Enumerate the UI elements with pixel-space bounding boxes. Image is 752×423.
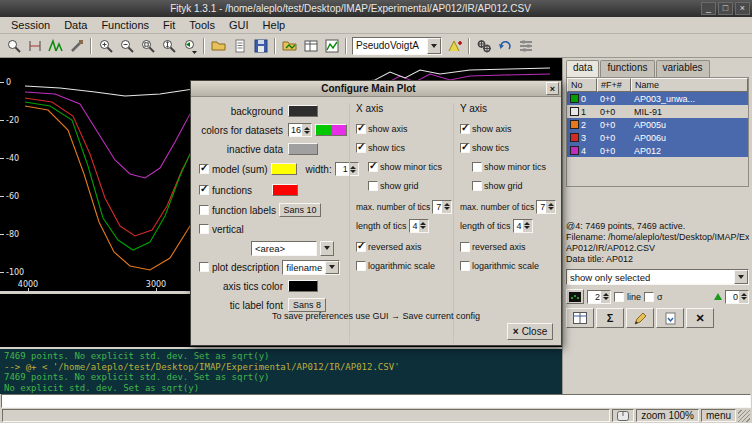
spinner-buttons[interactable]	[546, 201, 555, 213]
sum-transform-button[interactable]: Σ	[596, 308, 624, 328]
x-log-checkbox[interactable]	[356, 261, 366, 271]
maximize-button[interactable]: □	[718, 2, 733, 15]
x-show-grid-checkbox[interactable]	[368, 181, 378, 191]
column-header-name[interactable]: Name	[631, 78, 748, 92]
x-reversed-checkbox[interactable]	[356, 242, 366, 252]
output-console[interactable]: 7469 points. No explicit std. dev. Set a…	[0, 347, 562, 394]
open-session-button[interactable]	[208, 36, 229, 56]
delete-data-button[interactable]: ✕	[686, 308, 714, 328]
menu-gui[interactable]: GUI	[222, 18, 256, 32]
export-data-button[interactable]	[656, 308, 684, 328]
chevron-down-icon[interactable]	[325, 261, 339, 274]
draw-plot-button[interactable]	[321, 36, 342, 56]
point-size-spinner[interactable]: 2	[587, 290, 611, 304]
tic-label-font-button[interactable]: Sans 8	[288, 298, 326, 312]
status-menu-button[interactable]: menu	[701, 409, 736, 422]
y-show-minor-tics-checkbox[interactable]	[472, 162, 482, 172]
table-row[interactable]: 1 0+0 MIL-91	[567, 105, 748, 118]
spinner-buttons[interactable]	[302, 124, 311, 136]
chevron-down-icon[interactable]	[427, 38, 441, 54]
range-mode-button[interactable]	[24, 36, 45, 56]
menu-tools[interactable]: Tools	[182, 18, 222, 32]
activate-data-mode-button[interactable]	[66, 36, 87, 56]
tab-data[interactable]: data	[566, 60, 599, 77]
dataset-filter-combo[interactable]: show only selected	[566, 269, 749, 285]
add-function-button[interactable]	[444, 36, 465, 56]
spinner-buttons[interactable]	[419, 220, 428, 232]
edit-data-button[interactable]	[626, 308, 654, 328]
line-checkbox[interactable]	[614, 292, 624, 302]
y-log-checkbox[interactable]	[460, 261, 470, 271]
load-data-button[interactable]	[279, 36, 300, 56]
zoom-out-button[interactable]	[116, 36, 137, 56]
function-labels-checkbox[interactable]	[199, 205, 209, 215]
x-show-axis-checkbox[interactable]	[356, 124, 366, 134]
tab-variables[interactable]: variables	[656, 60, 710, 77]
spinner-buttons[interactable]	[739, 291, 748, 303]
model-color-swatch[interactable]	[271, 163, 297, 175]
plot-description-combo[interactable]: filename	[282, 260, 340, 275]
execute-script-button[interactable]	[229, 36, 250, 56]
table-row[interactable]: 3 0+0 AP006u	[567, 131, 748, 144]
dataset-gradient-button[interactable]	[315, 124, 347, 136]
table-row[interactable]: 2 0+0 AP005u	[567, 118, 748, 131]
spinner-buttons[interactable]	[601, 291, 610, 303]
menu-session[interactable]: Session	[4, 18, 57, 32]
command-input[interactable]	[1, 394, 751, 408]
data-table-action-button[interactable]	[566, 308, 594, 328]
y-show-tics-checkbox[interactable]	[460, 143, 470, 153]
tab-functions[interactable]: functions	[600, 60, 654, 77]
shift-up-spinner[interactable]: 0	[725, 290, 749, 304]
zoom-all-button[interactable]	[137, 36, 158, 56]
functions-checkbox[interactable]	[199, 185, 209, 195]
add-peak-mode-button[interactable]	[45, 36, 66, 56]
y-show-axis-checkbox[interactable]	[460, 124, 470, 134]
x-max-tics-spinner[interactable]: 7	[432, 200, 452, 214]
undo-fit-button[interactable]	[494, 36, 515, 56]
data-table-button[interactable]	[300, 36, 321, 56]
label-format-combo[interactable]: <area>	[251, 241, 317, 256]
sigma-checkbox[interactable]	[644, 292, 654, 302]
close-button[interactable]: ×Close	[507, 323, 553, 340]
chevron-down-icon[interactable]	[734, 270, 748, 284]
y-tics-length-spinner[interactable]: 4	[513, 219, 533, 233]
model-checkbox[interactable]	[199, 164, 209, 174]
menu-data[interactable]: Data	[57, 18, 94, 32]
run-fit-button[interactable]	[473, 36, 494, 56]
x-show-tics-checkbox[interactable]	[356, 143, 366, 153]
function-labels-font-button[interactable]: Sans 10	[279, 203, 321, 217]
spinner-buttons[interactable]	[523, 220, 532, 232]
minimize-button[interactable]: _	[701, 2, 716, 15]
table-row[interactable]: 0 0+0 AP003_unwa...	[567, 92, 748, 105]
table-row[interactable]: 4 0+0 AP012	[567, 144, 748, 157]
functions-color-swatch[interactable]	[272, 184, 298, 196]
status-icon-cell[interactable]	[612, 409, 634, 422]
previous-zoom-button[interactable]	[179, 36, 200, 56]
dialog-close-button[interactable]: ×	[546, 82, 559, 95]
y-reversed-checkbox[interactable]	[460, 242, 470, 252]
y-max-tics-spinner[interactable]: 7	[536, 200, 556, 214]
shift-up-icon[interactable]	[714, 293, 722, 300]
zoom-mode-button[interactable]	[3, 36, 24, 56]
column-header-no[interactable]: No	[567, 78, 597, 92]
axis-tics-color-swatch[interactable]	[288, 280, 318, 292]
zoom-in-button[interactable]	[95, 36, 116, 56]
inactive-data-color-swatch[interactable]	[288, 143, 318, 155]
x-tics-length-spinner[interactable]: 4	[409, 219, 429, 233]
save-session-button[interactable]	[250, 36, 271, 56]
y-show-grid-checkbox[interactable]	[472, 181, 482, 191]
x-show-minor-tics-checkbox[interactable]	[368, 162, 378, 172]
dialog-titlebar[interactable]: Configure Main Plot ×	[191, 81, 561, 97]
spinner-buttons[interactable]	[442, 201, 451, 213]
column-header-fz[interactable]: #F+#	[597, 78, 631, 92]
zoom-vertical-button[interactable]	[158, 36, 179, 56]
vertical-checkbox[interactable]	[199, 224, 209, 234]
close-window-button[interactable]: ×	[735, 2, 750, 15]
menu-help[interactable]: Help	[256, 18, 293, 32]
fit-settings-button[interactable]	[515, 36, 536, 56]
plot-description-checkbox[interactable]	[199, 262, 209, 272]
menu-functions[interactable]: Functions	[94, 18, 156, 32]
menu-fit[interactable]: Fit	[156, 18, 182, 32]
resize-grip[interactable]	[738, 410, 750, 422]
function-type-combo[interactable]: PseudoVoigtA	[352, 37, 442, 55]
